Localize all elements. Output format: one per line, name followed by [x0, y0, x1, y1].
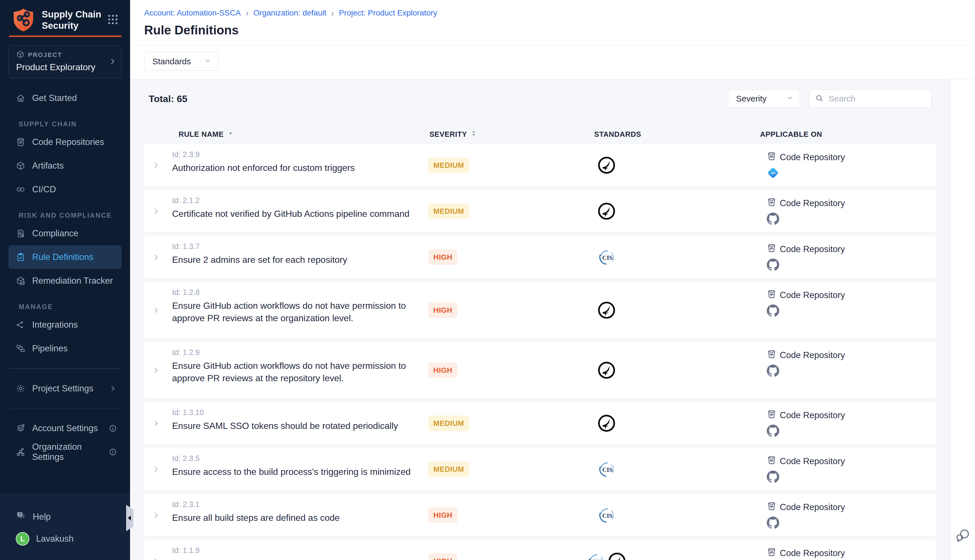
provider-github-icon [767, 365, 845, 378]
table-row[interactable]: Id: 2.3.1Ensure all build steps are defi… [144, 494, 936, 536]
accent-bar [9, 35, 122, 37]
rule-title: Ensure access to the build process's tri… [172, 465, 429, 478]
svg-text:</>: </> [770, 171, 775, 175]
standards-cell [576, 301, 638, 319]
applicable-label: Code Repository [780, 410, 845, 420]
rule-title: Ensure SAML SSO tokens should be rotated… [172, 420, 429, 432]
sidebar-item-user[interactable]: L Lavakush [8, 528, 122, 550]
rule-title: Ensure GitHub action workflows do not ha… [172, 360, 429, 384]
row-expander-icon[interactable] [152, 557, 160, 560]
owasp-standard-icon [598, 414, 616, 432]
owasp-standard-icon [598, 202, 616, 220]
sidebar-item-label: Account Settings [32, 423, 98, 433]
row-expander-icon[interactable] [152, 366, 160, 375]
user-name: Lavakush [36, 534, 73, 544]
nav-divider [9, 408, 121, 409]
column-header-rule-name[interactable]: RULE NAME [179, 130, 234, 139]
row-expander-icon[interactable] [152, 465, 160, 473]
column-label: RULE NAME [179, 130, 224, 139]
applicable-target: Code Repository [767, 349, 845, 361]
sidebar-item-account-settings[interactable]: Account Settings [8, 417, 122, 440]
table-toolbar: Total: 65 Severity [144, 89, 936, 108]
row-expander-icon[interactable] [152, 253, 160, 262]
row-expander-icon[interactable] [152, 207, 160, 215]
standards-cell: CIS [576, 552, 638, 560]
filter-bar: Standards [130, 45, 975, 80]
sidebar-item-organization-settings[interactable]: Organization Settings [8, 440, 122, 464]
github-icon [767, 471, 779, 484]
row-expander-icon[interactable] [152, 511, 160, 519]
breadcrumb-project[interactable]: Project: Product Exploratory [339, 8, 437, 17]
column-label: SEVERITY [429, 130, 467, 139]
sidebar-item-label: Artifacts [32, 161, 64, 171]
project-selector[interactable]: PROJECT Product Exploratory [8, 45, 122, 78]
code-repository-icon [767, 502, 776, 513]
module-switcher-icon[interactable] [107, 13, 119, 27]
code-repository-icon [767, 547, 776, 559]
sidebar-item-ci-cd[interactable]: CI/CD [8, 178, 122, 201]
standards-filter-label: Standards [152, 57, 191, 66]
table-row[interactable]: Id: 2.1.2Certificate not verified by Git… [144, 190, 936, 232]
table-row[interactable]: Id: 2.3.5Ensure access to the build proc… [144, 448, 936, 490]
provider-github-icon [767, 213, 845, 226]
standards-filter-dropdown[interactable]: Standards [144, 52, 219, 71]
applicable-target: Code Repository [767, 243, 845, 255]
compliance-icon [16, 229, 25, 238]
table-row[interactable]: Id: 2.3.9Authorization not enforced for … [144, 144, 936, 187]
applicable-on-cell: Code Repository [767, 547, 845, 560]
applicable-label: Code Repository [780, 350, 845, 360]
sidebar-item-project-settings[interactable]: Project Settings [8, 377, 122, 400]
rule-title: Certificate not verified by GitHub Actio… [172, 208, 429, 220]
applicable-label: Code Repository [780, 290, 845, 300]
github-icon [767, 305, 779, 318]
sidebar-item-code-repositories[interactable]: Code Repositories [8, 130, 122, 154]
rule-title: Ensure GitHub action workflows do not ha… [172, 300, 429, 324]
sidebar-item-artifacts[interactable]: Artifacts [8, 154, 122, 178]
sidebar-item-pipelines[interactable]: Pipelines [8, 337, 122, 360]
github-icon [767, 517, 779, 530]
svg-text:CIS: CIS [602, 254, 613, 261]
integrations-icon [16, 320, 25, 330]
row-expander-icon[interactable] [152, 161, 160, 170]
row-expander-icon[interactable] [152, 306, 160, 314]
right-gutter [950, 80, 975, 560]
row-expander-icon[interactable] [152, 419, 160, 427]
applicable-label: Code Repository [780, 198, 845, 208]
table-row[interactable]: Id: 1.3.7Ensure 2 admins are set for eac… [144, 236, 936, 278]
breadcrumb-account[interactable]: Account: Automation-SSCA [144, 8, 240, 17]
severity-filter-dropdown[interactable]: Severity [728, 89, 800, 108]
search-input[interactable] [828, 93, 926, 104]
applicable-on-cell: Code Repository [767, 410, 845, 438]
rule-id: Id: 1.2.9 [172, 348, 200, 357]
standards-cell: CIS [576, 460, 638, 478]
rule-id: Id: 1.3.7 [172, 242, 200, 251]
rule-id: Id: 1.3.10 [172, 408, 204, 417]
sidebar-item-help[interactable]: ? Help [8, 506, 122, 528]
project-name: Product Exploratory [16, 62, 105, 72]
sidebar-item-label: Compliance [32, 228, 78, 238]
chat-support-icon[interactable] [955, 528, 970, 544]
home-icon [16, 93, 25, 103]
sidebar-item-remediation-tracker[interactable]: Remediation Tracker [8, 269, 122, 293]
table-row[interactable]: Id: 1.2.8Ensure GitHub action workflows … [144, 282, 936, 338]
standards-cell: CIS [576, 248, 638, 266]
sidebar-item-get-started[interactable]: Get Started [8, 86, 122, 110]
applicable-target: Code Repository [767, 410, 845, 421]
severity-badge: MEDIUM [428, 203, 469, 219]
column-header-severity[interactable]: SEVERITY [429, 130, 477, 139]
table-row[interactable]: Id: 1.3.10Ensure SAML SSO tokens should … [144, 402, 936, 444]
gear-icon [16, 384, 25, 393]
info-icon [109, 448, 117, 456]
svg-text:CIS: CIS [602, 512, 613, 519]
sort-desc-icon [227, 130, 234, 139]
chevron-down-icon [204, 57, 211, 66]
sidebar-item-rule-definitions[interactable]: Rule Definitions [8, 245, 122, 269]
table-row[interactable]: Id: 1.2.9Ensure GitHub action workflows … [144, 342, 936, 398]
account-icon [16, 423, 25, 433]
sidebar-item-compliance[interactable]: Compliance [8, 222, 122, 245]
provider-github-icon [767, 517, 845, 530]
table-row[interactable]: Id: 1.1.9HIGHCISCode Repository [144, 540, 936, 560]
rule-title: Ensure 2 admins are set for each reposit… [172, 253, 429, 266]
sidebar-item-integrations[interactable]: Integrations [8, 313, 122, 337]
breadcrumb-organization[interactable]: Organization: default [253, 8, 326, 17]
